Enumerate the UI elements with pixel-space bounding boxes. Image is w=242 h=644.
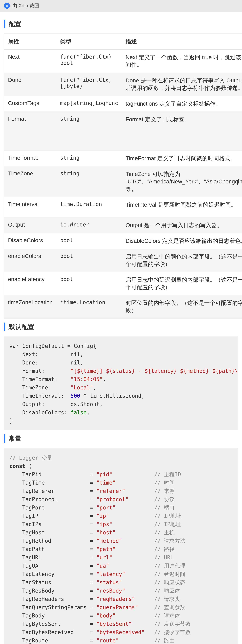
table-row: enableColorsbool启用日志输出中的颜色的内部字段。（这不是一个可配… xyxy=(4,249,242,272)
cell-attr: enableLatency xyxy=(4,272,56,295)
cell-attr: TimeInterval xyxy=(4,197,56,218)
config-table: 属性 类型 描述 默认值 Nextfunc(*fiber.Ctx) boolNe… xyxy=(4,34,242,318)
cell-desc: TimeInterval 是更新时间戳之前的延迟时间。 xyxy=(122,197,242,218)
table-row: TimeFormatstringTimeFormat 定义了日志时间戳的时间格式… xyxy=(4,150,242,166)
cell-type: bool xyxy=(56,233,122,249)
table-row: timeZoneLocation*time.Location时区位置的内部字段。… xyxy=(4,295,242,318)
cell-type: time.Duration xyxy=(56,197,122,218)
cell-attr: Next xyxy=(4,50,56,73)
cell-desc: TimeZone 可以指定为 "UTC"、"America/New_York"、… xyxy=(122,166,242,197)
cell-type: string xyxy=(56,150,122,166)
th-desc: 描述 xyxy=(122,34,242,50)
heading-const: 常量 xyxy=(4,434,238,443)
table-row: TimeIntervaltime.DurationTimeInterval 是更… xyxy=(4,197,242,218)
cell-attr: Output xyxy=(4,218,56,233)
xnip-icon: ✕ xyxy=(4,3,10,9)
heading-default-config: 默认配置 xyxy=(4,322,238,331)
cell-attr: Done xyxy=(4,73,56,96)
cell-type: func(*fiber.Ctx, []byte) xyxy=(56,73,122,96)
xnip-bar: ✕ 由 Xnip 截图 xyxy=(0,0,242,12)
table-row: Outputio.WriterOutput 是一个用于写入日志的写入器。os.S… xyxy=(4,218,242,233)
heading-config: 配置 xyxy=(4,20,238,28)
const-code: // Logger 变量 const ( TagPid = "pid" // 进… xyxy=(4,448,238,644)
cell-attr: TimeZone xyxy=(4,166,56,197)
cell-attr: enableColors xyxy=(4,249,56,272)
cell-type: *time.Location xyxy=(56,295,122,318)
cell-desc: TimeFormat 定义了日志时间戳的时间格式。 xyxy=(122,150,242,166)
cell-desc: Next 定义了一个函数，当返回 true 时，跳过该中间件。 xyxy=(122,50,242,73)
cell-attr: TimeFormat xyxy=(4,150,56,166)
cell-desc: DisableColors 定义是否应该给输出的日志着色。 xyxy=(122,233,242,249)
cell-attr: Format xyxy=(4,112,56,150)
table-row: TimeZonestringTimeZone 可以指定为 "UTC"、"Amer… xyxy=(4,166,242,197)
xnip-label: 由 Xnip 截图 xyxy=(12,2,39,9)
cell-type: io.Writer xyxy=(56,218,122,233)
table-row: DisableColorsboolDisableColors 定义是否应该给输出… xyxy=(4,233,242,249)
cell-type: bool xyxy=(56,249,122,272)
table-row: CustomTagsmap[string]LogFunctagFunctions… xyxy=(4,96,242,112)
cell-desc: Done 是一种在将请求的日志字符串写入 Output 后调用的函数，并将日志字… xyxy=(122,73,242,96)
cell-type: string xyxy=(56,112,122,150)
th-attr: 属性 xyxy=(4,34,56,50)
th-type: 类型 xyxy=(56,34,122,50)
cell-type: string xyxy=(56,166,122,197)
cell-attr: timeZoneLocation xyxy=(4,295,56,318)
cell-desc: Format 定义了日志标签。 xyxy=(122,112,242,150)
cell-type: func(*fiber.Ctx) bool xyxy=(56,50,122,73)
cell-desc: 启用日志中的延迟测量的内部字段。（这不是一个可配置的字段） xyxy=(122,272,242,295)
cell-attr: DisableColors xyxy=(4,233,56,249)
cell-type: map[string]LogFunc xyxy=(56,96,122,112)
cell-desc: Output 是一个用于写入日志的写入器。 xyxy=(122,218,242,233)
cell-desc: tagFunctions 定义了自定义标签操作。 xyxy=(122,96,242,112)
table-row: Donefunc(*fiber.Ctx, []byte)Done 是一种在将请求… xyxy=(4,73,242,96)
default-config-code: var ConfigDefault = Config{ Next: nil, D… xyxy=(4,336,238,430)
cell-type: bool xyxy=(56,272,122,295)
cell-desc: 时区位置的内部字段。（这不是一个可配置的字段） xyxy=(122,295,242,318)
cell-attr: CustomTags xyxy=(4,96,56,112)
table-row: enableLatencybool启用日志中的延迟测量的内部字段。（这不是一个可… xyxy=(4,272,242,295)
cell-desc: 启用日志输出中的颜色的内部字段。（这不是一个可配置的字段） xyxy=(122,249,242,272)
table-row: FormatstringFormat 定义了日志标签。[${time}] ${s… xyxy=(4,112,242,150)
table-row: Nextfunc(*fiber.Ctx) boolNext 定义了一个函数，当返… xyxy=(4,50,242,73)
